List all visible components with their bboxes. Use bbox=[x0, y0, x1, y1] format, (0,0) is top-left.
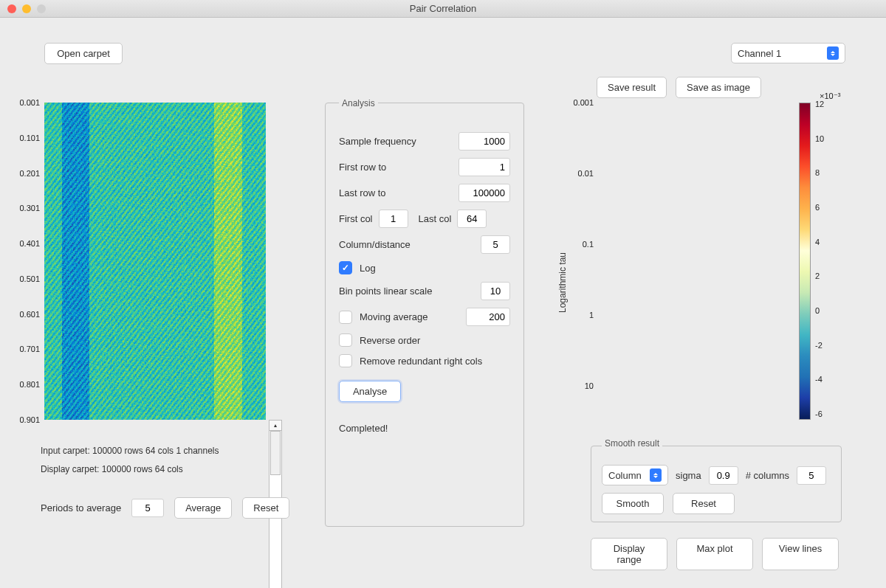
reverse-label: Reverse order bbox=[360, 335, 420, 346]
periods-input[interactable] bbox=[131, 499, 164, 517]
save-image-button[interactable]: Save as image bbox=[676, 77, 761, 98]
left-y-axis: 0.0010.1010.2010.3010.4010.5010.6010.701… bbox=[15, 103, 43, 420]
display-range-button[interactable]: Display range bbox=[591, 538, 667, 570]
smooth-reset-button[interactable]: Reset bbox=[673, 493, 735, 514]
dropdown-arrows-icon bbox=[827, 46, 839, 60]
sigma-input[interactable] bbox=[709, 466, 738, 485]
col-dist-label: Column/distance bbox=[339, 239, 411, 250]
col-dist-input[interactable] bbox=[481, 235, 510, 254]
colorbar bbox=[799, 103, 811, 420]
left-reset-button[interactable]: Reset bbox=[242, 497, 289, 519]
window-controls bbox=[0, 4, 46, 13]
channel-select-value: Channel 1 bbox=[738, 48, 781, 59]
bin-points-input[interactable] bbox=[481, 282, 510, 300]
zoom-icon[interactable] bbox=[37, 4, 46, 13]
right-y-axis: 0.0010.010.1110 bbox=[569, 103, 597, 420]
last-row-label: Last row to bbox=[339, 187, 386, 198]
first-row-label: First row to bbox=[339, 162, 386, 173]
periods-label: Periods to average bbox=[41, 502, 121, 513]
sigma-label: sigma bbox=[676, 470, 701, 481]
window-title: Pair Correlation bbox=[0, 3, 886, 14]
smooth-panel: Smooth result Column sigma # columns Smo… bbox=[591, 446, 842, 522]
last-col-input[interactable] bbox=[457, 210, 487, 228]
last-row-input[interactable] bbox=[459, 184, 510, 202]
display-carpet-info: Display carpet: 100000 rows 64 cols bbox=[41, 464, 183, 474]
reverse-checkbox[interactable] bbox=[339, 333, 352, 347]
input-carpet-info: Input carpet: 100000 rows 64 cols 1 chan… bbox=[41, 446, 219, 456]
moving-avg-input[interactable] bbox=[466, 308, 510, 326]
channel-select[interactable]: Channel 1 bbox=[731, 43, 845, 63]
analysis-status: Completed! bbox=[339, 423, 510, 434]
close-icon[interactable] bbox=[7, 4, 16, 13]
moving-avg-label: Moving average bbox=[360, 311, 428, 322]
scroll-up-icon[interactable]: ▴ bbox=[269, 421, 281, 431]
first-row-input[interactable] bbox=[459, 158, 510, 176]
remove-cols-checkbox[interactable] bbox=[339, 354, 352, 367]
carpet-heatmap bbox=[44, 103, 266, 420]
ncols-label: # columns bbox=[746, 470, 789, 481]
average-button[interactable]: Average bbox=[174, 497, 232, 519]
sample-freq-input[interactable] bbox=[459, 132, 510, 151]
max-plot-button[interactable]: Max plot bbox=[676, 538, 753, 570]
ncols-input[interactable] bbox=[797, 466, 826, 485]
open-carpet-button[interactable]: Open carpet bbox=[44, 43, 123, 64]
smooth-legend: Smooth result bbox=[602, 438, 662, 449]
moving-avg-checkbox[interactable] bbox=[339, 311, 352, 324]
analysis-legend: Analysis bbox=[339, 98, 378, 108]
last-col-label: Last col bbox=[419, 213, 452, 224]
save-result-button[interactable]: Save result bbox=[597, 77, 667, 98]
first-col-input[interactable] bbox=[379, 210, 408, 228]
view-lines-button[interactable]: View lines bbox=[762, 538, 839, 570]
smooth-mode-select[interactable]: Column bbox=[602, 465, 668, 485]
right-yaxis-title: Logarithmic tau bbox=[557, 252, 568, 313]
analysis-panel: Analysis Sample frequency First row to L… bbox=[325, 103, 524, 527]
scroll-thumb[interactable] bbox=[270, 431, 281, 475]
minimize-icon[interactable] bbox=[22, 4, 31, 13]
titlebar: Pair Correlation bbox=[0, 0, 886, 18]
bin-points-label: Bin points linear scale bbox=[339, 286, 432, 297]
dropdown-arrows-icon bbox=[650, 468, 662, 482]
smooth-button[interactable]: Smooth bbox=[602, 493, 664, 514]
log-label: Log bbox=[360, 263, 376, 274]
remove-cols-label: Remove redundant right cols bbox=[360, 356, 482, 367]
first-col-label: First col bbox=[339, 213, 373, 224]
analyse-button[interactable]: Analyse bbox=[339, 381, 401, 402]
sample-freq-label: Sample frequency bbox=[339, 136, 416, 147]
log-checkbox[interactable] bbox=[339, 261, 352, 274]
